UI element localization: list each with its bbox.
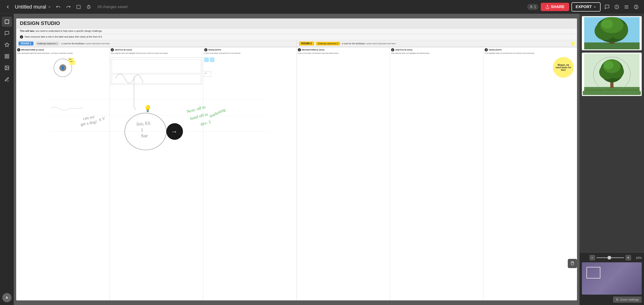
round-2-col-3-content: In the highlight today, summarized from … <box>484 52 576 301</box>
svg-point-41 <box>602 19 613 29</box>
timer-button[interactable] <box>84 3 93 11</box>
share-button[interactable]: SHARE <box>541 3 570 11</box>
sidebar-item-images[interactable] <box>2 63 12 73</box>
round-1-badge: ROUND 1 <box>18 41 34 45</box>
svg-marker-11 <box>4 43 9 47</box>
tree-image-large-container <box>582 16 642 50</box>
sidebar-item-frames[interactable] <box>2 16 12 27</box>
svg-point-9 <box>636 8 636 8</box>
export-chevron-icon <box>593 5 596 8</box>
highlight-box: ≡ <box>204 71 211 77</box>
undo-button[interactable] <box>54 3 62 11</box>
round-2-sticky-indicator <box>571 42 575 45</box>
round-1-col-1: 1 BRAINSTORM (2 mins) Some participants … <box>16 47 110 301</box>
round-2-col-3: 3 HIGHLIGHTS In the highlight today, sum… <box>484 47 577 301</box>
col-3-num: 3 <box>204 48 208 51</box>
ds-have-everyone: 1 Have everyone take a role in the table… <box>16 34 577 40</box>
mini-map[interactable] <box>582 262 642 295</box>
title-chevron-icon <box>48 5 51 9</box>
svg-rect-13 <box>7 54 8 56</box>
svg-rect-0 <box>77 5 80 8</box>
round-1-col-3-header: 3 HIGHLIGHTS <box>204 48 296 51</box>
zoom-minus-button[interactable]: − <box>590 255 595 261</box>
zoom-plus-button[interactable]: + <box>626 255 631 261</box>
round-2-col-1-num: 1 <box>298 48 301 51</box>
user-count-badge[interactable]: 1 <box>527 4 538 10</box>
user-avatar[interactable]: A <box>2 293 12 302</box>
round-1-header: ROUND 1 challenge statement 1 A note for… <box>16 40 296 47</box>
round-2-col-1-content: In your circle today, summarized notes t… <box>298 52 389 301</box>
round-1-col-3-content: In your circle today, summarized from th… <box>204 52 296 301</box>
frame-button[interactable] <box>74 3 83 11</box>
svg-point-17 <box>6 67 6 67</box>
round-1-col-2-header: 2 SKETCH (5 mins) <box>111 48 202 51</box>
zoom-percent: 10% <box>632 256 642 260</box>
user-icon <box>530 5 533 9</box>
svg-rect-12 <box>5 54 6 56</box>
brainstorm-circle: 👤 idea note <box>54 59 72 77</box>
gear-icon: ⚙ <box>616 298 618 301</box>
chat-button[interactable] <box>603 3 611 11</box>
share-icon <box>545 5 550 9</box>
round-1-col-1-header: 1 BRAINSTORM (2 mins) <box>17 48 108 51</box>
round-2-col-2-content: Now using the ideas and highlights that … <box>391 52 482 301</box>
canvas-area[interactable]: DESIGN STUDIO This will take: you need t… <box>14 14 579 305</box>
col-1-num: 1 <box>17 48 20 51</box>
mural-title[interactable]: Untitled mural <box>15 4 51 10</box>
back-button[interactable] <box>4 3 12 11</box>
topbar: Untitled mural All changes saved <box>0 0 644 14</box>
outline-button[interactable] <box>622 3 630 11</box>
right-panel-images <box>580 14 644 252</box>
round-1-challenge: challenge statement 1 <box>35 42 59 45</box>
round-2-col-1: 1 BRAINSTORM (2 mins) In your circle tod… <box>297 47 390 301</box>
hand-tool-button[interactable] <box>568 259 577 268</box>
svg-point-50 <box>603 61 614 69</box>
tree-label-bar <box>583 91 641 95</box>
sidebar-item-favorites[interactable] <box>2 40 12 50</box>
tree-image-large <box>584 17 640 49</box>
topbar-right: 1 SHARE EXPORT <box>527 2 640 11</box>
round-2-col-1-header: 1 BRAINSTORM (2 mins) <box>298 48 389 51</box>
tree-image-small <box>584 53 640 95</box>
col-2-num: 2 <box>111 48 114 51</box>
round-2-note: A note for the facilitator: some more in… <box>342 42 569 45</box>
sidebar-item-comments[interactable] <box>2 28 12 38</box>
svg-point-2 <box>530 5 532 7</box>
help-button[interactable] <box>632 3 640 11</box>
zoom-slider-thumb[interactable] <box>608 256 611 260</box>
ds-instruction: This will take: you need to understand t… <box>16 28 577 34</box>
round-1-col-2-content: Now using the ideas and highlights that … <box>111 52 202 301</box>
mini-map-area: − + 10% ⚙ Zoom settings <box>580 252 644 305</box>
svg-rect-10 <box>5 20 9 24</box>
right-panel: − + 10% ⚙ Zoom settings <box>579 14 644 305</box>
round-2-challenge: challenge statement 2 <box>316 42 340 45</box>
round-2-section: ROUND 2 challenge statement 2 A note for… <box>297 40 577 301</box>
mural-board: DESIGN STUDIO This will take: you need t… <box>16 18 577 301</box>
redo-button[interactable] <box>64 3 72 11</box>
tree-image-small-container <box>582 53 642 96</box>
highlights-stickies <box>204 57 296 62</box>
svg-rect-14 <box>5 57 6 58</box>
left-sidebar: A <box>0 14 14 305</box>
export-button[interactable]: EXPORT <box>572 2 600 11</box>
round-1-note: A note for the facilitator: some instruc… <box>61 42 294 45</box>
brainstorm-avatar: 👤 <box>59 64 66 71</box>
sticky-note-2: note <box>70 60 75 65</box>
rounds-container: ROUND 1 challenge statement 1 A note for… <box>16 40 577 301</box>
round-2-col-2-num: 2 <box>391 48 394 51</box>
topbar-actions <box>54 3 93 11</box>
zoom-settings-button[interactable]: ⚙ Zoom settings <box>613 297 642 303</box>
highlight-sticky-1 <box>204 57 209 62</box>
zoom-slider[interactable] <box>596 257 624 258</box>
design-studio-header: DESIGN STUDIO <box>16 18 577 28</box>
mini-map-viewport[interactable] <box>586 267 600 279</box>
round-1-columns: 1 BRAINSTORM (2 mins) Some participants … <box>16 47 296 301</box>
sidebar-item-draw[interactable] <box>2 74 12 84</box>
round-1-col-3: 3 HIGHLIGHTS In your circle today, summa… <box>203 47 296 301</box>
brainstorm-drawing-area: 👤 idea note <box>17 59 108 77</box>
save-status: All changes saved <box>98 5 128 9</box>
round-1-col-1-content: Some participants generate ideas themsel… <box>17 52 108 301</box>
sidebar-item-grid[interactable] <box>2 51 12 61</box>
activity-button[interactable] <box>612 3 621 11</box>
round-1-col-2: 2 SKETCH (5 mins) Now using the ideas an… <box>110 47 203 301</box>
